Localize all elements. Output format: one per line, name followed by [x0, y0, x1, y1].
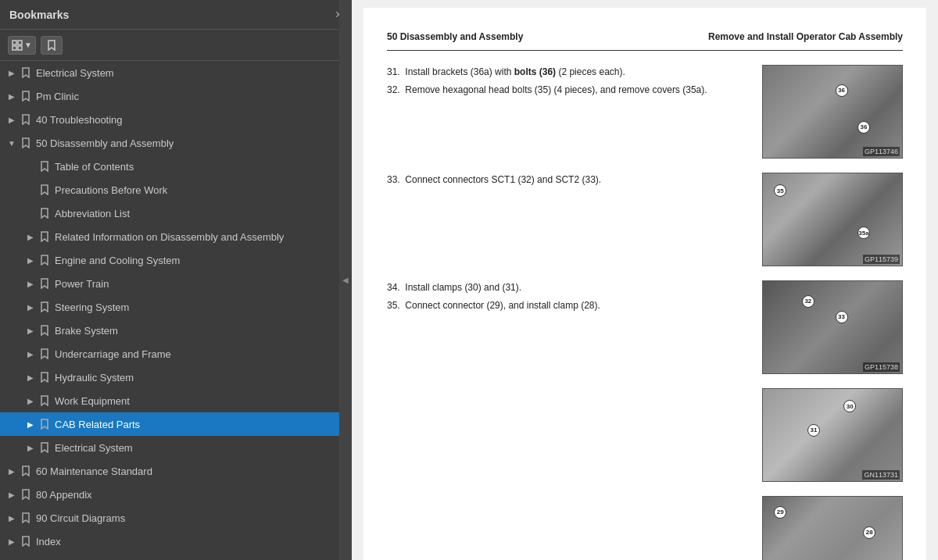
- sidebar-item-label: 50 Disassembly and Assembly: [36, 137, 174, 149]
- chevron-icon: [25, 372, 36, 383]
- sidebar-item-abbreviation[interactable]: Abbreviation List: [0, 202, 352, 225]
- sidebar-item-cab-parts[interactable]: CAB Related Parts: [0, 412, 352, 436]
- image-label-28: 28: [863, 526, 875, 539]
- bookmark-icon: [39, 371, 50, 383]
- bookmark-icon: [20, 535, 31, 548]
- image-label-35: 35: [774, 184, 786, 197]
- chevron-icon: [25, 395, 36, 406]
- chevron-icon: [25, 161, 36, 172]
- step-33: 33. Connect connectors SCT1 (32) and SCT…: [387, 173, 746, 187]
- chevron-icon: [25, 419, 36, 430]
- sidebar-item-label: 80 Appendix: [36, 489, 92, 501]
- doc-section-31-32: 31. Install brackets (36a) with bolts (3…: [387, 65, 903, 159]
- sidebar-item-disassembly[interactable]: 50 Disassembly and Assembly: [0, 131, 352, 155]
- image-label-33: 33: [836, 311, 848, 323]
- sidebar-item-maintenance[interactable]: 60 Maintenance Standard: [0, 459, 352, 483]
- sidebar-title: Bookmarks: [9, 9, 69, 21]
- image-label-31: 31: [807, 424, 820, 437]
- sidebar-item-power-train[interactable]: Power Train: [0, 272, 352, 295]
- doc-header: 50 Disassembly and Assembly Remove and I…: [387, 31, 903, 51]
- sidebar-panel: Bookmarks × ▼ Electrical System: [0, 0, 352, 560]
- sidebar-item-label: CAB Related Parts: [55, 419, 140, 430]
- sidebar-item-toc[interactable]: Table of Contents: [0, 155, 352, 178]
- sidebar-item-label: 90 Circuit Diagrams: [36, 512, 125, 524]
- sidebar-item-label: Abbreviation List: [55, 208, 130, 219]
- sidebar-item-engine[interactable]: Engine and Cooling System: [0, 248, 352, 272]
- doc-section-33: 33. Connect connectors SCT1 (32) and SCT…: [387, 173, 903, 266]
- doc-header-left: 50 Disassembly and Assembly: [387, 31, 523, 42]
- image-code-2: GP115739: [863, 255, 900, 264]
- svg-rect-2: [13, 46, 16, 50]
- view-dropdown[interactable]: ▼: [8, 36, 36, 55]
- bookmark-icon: [39, 184, 50, 196]
- sidebar-collapse-handle[interactable]: ◀: [339, 0, 352, 560]
- bookmark-icon: [39, 160, 50, 173]
- sidebar-item-undercarriage[interactable]: Undercarriage and Frame: [0, 342, 352, 366]
- bookmark-icon: [20, 66, 31, 79]
- sidebar-item-electrical-2[interactable]: Electrical System: [0, 436, 352, 459]
- sidebar-toolbar: ▼: [0, 30, 352, 61]
- sidebar-item-hydraulic[interactable]: Hydraulic System: [0, 366, 352, 389]
- sidebar-item-related-info[interactable]: Related Information on Disassembly and A…: [0, 225, 352, 248]
- doc-header-right: Remove and Install Operator Cab Assembly: [708, 31, 903, 42]
- doc-image-2: 35 35a GP115739: [762, 173, 903, 266]
- chevron-icon: [6, 114, 17, 125]
- svg-rect-0: [13, 41, 16, 45]
- image-label-36a: 36: [836, 84, 848, 97]
- doc-text-33: 33. Connect connectors SCT1 (32) and SCT…: [387, 173, 746, 191]
- chevron-icon: [25, 301, 36, 312]
- main-content: 50 Disassembly and Assembly Remove and I…: [352, 0, 938, 560]
- sidebar-item-label: Electrical System: [55, 442, 133, 454]
- sidebar-item-index[interactable]: Index: [0, 530, 352, 553]
- sidebar-item-troubleshooting[interactable]: 40 Troubleshooting: [0, 108, 352, 131]
- bookmark-icon: [20, 113, 31, 126]
- bookmark-icon: [20, 90, 31, 102]
- doc-text-34-35: 34. Install clamps (30) and (31). 35. Co…: [387, 280, 746, 316]
- sidebar-tree: Electrical System Pm Clinic 40 Troublesh…: [0, 61, 352, 560]
- sidebar-item-label: 40 Troubleshooting: [36, 114, 123, 126]
- sidebar-item-label: Power Train: [55, 278, 109, 290]
- sidebar-item-appendix[interactable]: 80 Appendix: [0, 483, 352, 506]
- chevron-icon: [25, 278, 36, 289]
- bookmark-icon: [39, 324, 50, 337]
- chevron-icon: [25, 442, 36, 453]
- bookmark-icon: [39, 394, 50, 407]
- chevron-icon: [6, 67, 17, 78]
- chevron-icon: [25, 184, 36, 195]
- sidebar-item-work-equipment[interactable]: Work Equipment: [0, 389, 352, 412]
- sidebar-item-electrical-1[interactable]: Electrical System: [0, 61, 352, 84]
- chevron-icon: [25, 255, 36, 266]
- chevron-icon: [6, 536, 17, 547]
- bookmark-icon: [20, 465, 31, 477]
- sidebar-item-circuit[interactable]: 90 Circuit Diagrams: [0, 506, 352, 530]
- bookmark-icon: [39, 301, 50, 313]
- doc-image-1: 36 36 GP113746: [762, 65, 903, 159]
- doc-text-31-32: 31. Install brackets (36a) with bolts (3…: [387, 65, 746, 101]
- sidebar-item-pm-clinic[interactable]: Pm Clinic: [0, 84, 352, 108]
- sidebar-item-brake[interactable]: Brake System: [0, 319, 352, 342]
- sidebar-item-steering[interactable]: Steering System: [0, 295, 352, 319]
- bookmark-icon: [20, 512, 31, 524]
- step-34: 34. Install clamps (30) and (31).: [387, 280, 746, 295]
- bookmark-icon: [20, 137, 31, 149]
- bookmark-button[interactable]: [41, 36, 63, 55]
- bookmark-icon: [39, 230, 50, 243]
- step-31: 31. Install brackets (36a) with bolts (3…: [387, 65, 746, 80]
- sidebar-item-label: Engine and Cooling System: [55, 255, 180, 266]
- image-label-29: 29: [774, 506, 786, 519]
- bookmark-icon: [39, 418, 50, 430]
- sidebar-item-label: Brake System: [55, 325, 118, 337]
- step-35: 35. Connect connector (29), and install …: [387, 298, 746, 313]
- doc-section-img4: 30 31 GN113731: [387, 388, 903, 482]
- sidebar-item-precautions[interactable]: Precautions Before Work: [0, 178, 352, 202]
- chevron-icon: [6, 137, 17, 148]
- doc-image-5: 29 28 GN115734: [762, 496, 903, 560]
- image-code-3: GP115738: [863, 362, 900, 372]
- sidebar-item-label: Work Equipment: [55, 395, 130, 407]
- bookmark-icon: [20, 488, 31, 501]
- image-code-4: GN113731: [862, 470, 900, 480]
- svg-rect-3: [18, 46, 22, 50]
- chevron-icon: [25, 325, 36, 336]
- chevron-icon: [6, 91, 17, 102]
- chevron-icon: [6, 489, 17, 500]
